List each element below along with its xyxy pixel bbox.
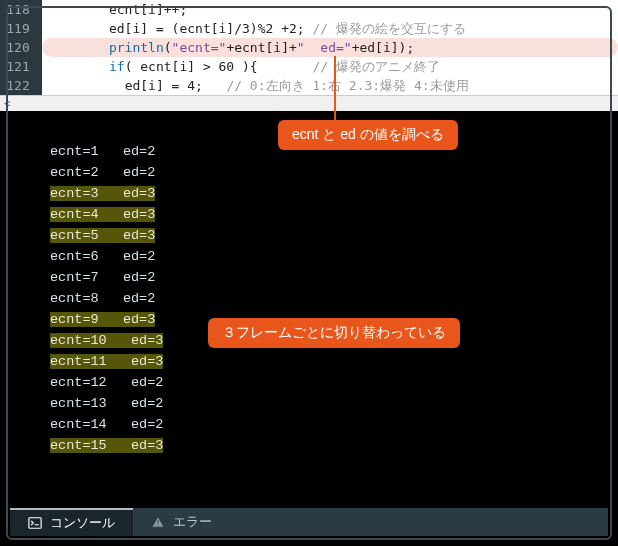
- callout-mid: ３フレームごとに切り替わっている: [208, 318, 460, 348]
- console-line: ecnt=7 ed=2: [50, 267, 618, 288]
- console-line: ecnt=2 ed=2: [50, 162, 618, 183]
- line-number: 122: [0, 76, 42, 95]
- warning-icon: [151, 515, 165, 529]
- code-line[interactable]: 119 ed[i] = (ecnt[i]/3)%2 +2; // 爆発の絵を交互…: [0, 19, 618, 38]
- console-line: ecnt=6 ed=2: [50, 246, 618, 267]
- code-line[interactable]: 118 ecnt[i]++;: [0, 0, 618, 19]
- console-line: ecnt=13 ed=2: [50, 393, 618, 414]
- console-line: ecnt=14 ed=2: [50, 414, 618, 435]
- code-content[interactable]: if( ecnt[i] > 60 ){ // 爆発のアニメ終了: [42, 57, 618, 76]
- svg-rect-0: [29, 518, 41, 529]
- bottom-tab-bar: コンソール エラー: [10, 508, 608, 536]
- tab-errors-label: エラー: [173, 513, 212, 531]
- horizontal-scrollbar[interactable]: <: [0, 95, 618, 111]
- tab-console-label: コンソール: [50, 514, 115, 532]
- code-line[interactable]: 121 if( ecnt[i] > 60 ){ // 爆発のアニメ終了: [0, 57, 618, 76]
- line-number: 121: [0, 57, 42, 76]
- code-content[interactable]: println("ecnt="+ecnt[i]+" ed="+ed[i]);: [42, 38, 618, 57]
- line-number: 120: [0, 38, 42, 57]
- console-line: ecnt=8 ed=2: [50, 288, 618, 309]
- line-number: 118: [0, 0, 42, 19]
- console-line: ecnt=5 ed=3: [50, 225, 618, 246]
- code-line[interactable]: 120 println("ecnt="+ecnt[i]+" ed="+ed[i]…: [0, 38, 618, 57]
- console-line: ecnt=15 ed=3: [50, 435, 618, 456]
- console-line: ecnt=12 ed=2: [50, 372, 618, 393]
- callout-top: ecnt と ed の値を調べる: [278, 120, 458, 150]
- code-editor[interactable]: 118 ecnt[i]++;119 ed[i] = (ecnt[i]/3)%2 …: [0, 0, 618, 95]
- code-content[interactable]: ecnt[i]++;: [42, 0, 618, 19]
- tab-errors[interactable]: エラー: [133, 508, 230, 536]
- console-icon: [28, 516, 42, 530]
- code-content[interactable]: ed[i] = 4; // 0:左向き 1:右 2.3:爆発 4:未使用: [42, 76, 618, 95]
- line-number: 119: [0, 19, 42, 38]
- code-line[interactable]: 122 ed[i] = 4; // 0:左向き 1:右 2.3:爆発 4:未使用: [0, 76, 618, 95]
- scroll-left-icon[interactable]: <: [4, 97, 11, 110]
- tab-console[interactable]: コンソール: [10, 508, 133, 536]
- callout-connector: [334, 56, 336, 126]
- console-line: ecnt=4 ed=3: [50, 204, 618, 225]
- console-line: ecnt=3 ed=3: [50, 183, 618, 204]
- code-content[interactable]: ed[i] = (ecnt[i]/3)%2 +2; // 爆発の絵を交互にする: [42, 19, 618, 38]
- console-output[interactable]: ecnt=1 ed=2ecnt=2 ed=2ecnt=3 ed=3ecnt=4 …: [0, 111, 618, 471]
- console-line: ecnt=11 ed=3: [50, 351, 618, 372]
